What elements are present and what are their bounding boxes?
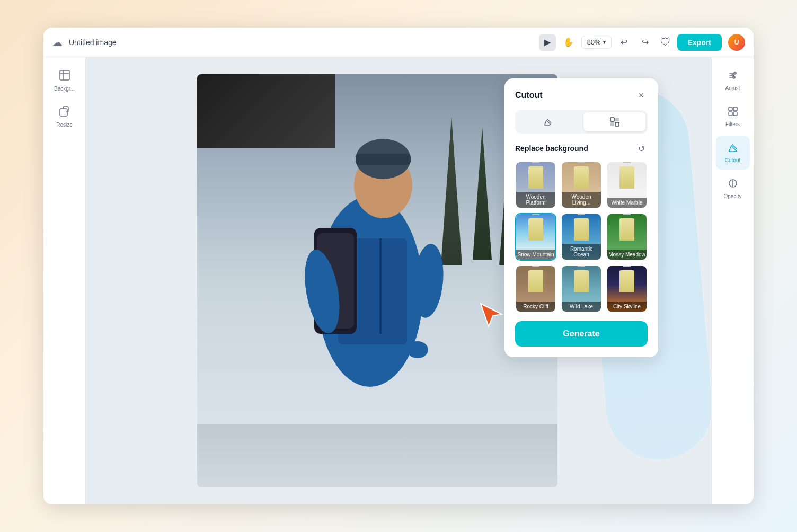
svg-rect-24 [733,112,737,116]
replace-bg-header: Replace background ↺ [515,142,648,155]
bg-item-wooden-platform[interactable]: Wooden Platform [515,161,556,209]
canvas-area[interactable]: Cutout × Replace background ↺ [86,57,711,504]
svg-rect-15 [615,118,619,121]
bg-item-wooden-living[interactable]: Wooden Living... [561,161,602,209]
sidebar-item-background[interactable]: Backgr... [48,64,82,97]
sidebar-label-background: Backgr... [54,86,75,92]
undo-button[interactable]: ↩ [616,34,633,51]
svg-rect-23 [729,112,732,116]
avatar: U [728,34,745,51]
right-panel-item-opacity[interactable]: Opacity [716,172,750,206]
svg-rect-16 [610,122,614,126]
zoom-control[interactable]: 80% ▾ [581,36,612,49]
cutout-label: Cutout [725,157,740,163]
replace-bg-label: Replace background [515,144,588,153]
header-right: 🛡 Export U [660,34,745,51]
app-logo-icon: ☁ [52,36,63,49]
cutout-panel-header: Cutout × [515,89,648,102]
bg-item-snow-mountain[interactable]: Snow Mountain [515,213,556,261]
cutout-tab-erase[interactable] [517,112,579,131]
right-panel-item-filters[interactable]: Filters [716,100,750,134]
canvas-image [197,74,557,487]
cutout-panel: Cutout × Replace background ↺ [504,78,658,357]
bg-label-city-skyline: City Skyline [607,302,647,312]
bg-label-white-marble: White Marble [607,198,647,208]
adjust-icon [728,70,738,83]
header-toolbar: ▶ ✋ 80% ▾ ↩ ↪ [539,34,654,51]
document-title: Untitled image [69,38,533,47]
background-grid: Wooden Platform Wooden Living... [515,161,648,313]
export-button[interactable]: Export [677,34,722,51]
cutout-icon [728,142,738,155]
bg-item-mossy-meadow[interactable]: Mossy Meadow [606,213,648,261]
generate-button[interactable]: Generate [515,321,648,347]
right-panel-item-adjust[interactable]: Adjust [716,64,750,97]
bg-item-city-skyline[interactable]: City Skyline [606,265,648,313]
bg-label-rocky-cliff: Rocky Cliff [516,302,555,312]
adjust-label: Adjust [725,85,740,91]
person-image [269,90,471,487]
svg-rect-14 [610,118,614,121]
zoom-dropdown-icon: ▾ [603,39,606,45]
header: ☁ Untitled image ▶ ✋ 80% ▾ ↩ ↪ 🛡 Export … [43,28,754,57]
bg-item-white-marble[interactable]: White Marble [606,161,648,209]
cutout-close-button[interactable]: × [635,89,648,102]
svg-rect-22 [733,107,737,111]
bg-label-snow-mountain: Snow Mountain [516,250,555,260]
opacity-icon [728,178,738,191]
svg-rect-1 [60,109,67,116]
left-sidebar: Backgr... Resize [43,57,86,504]
select-tool-button[interactable]: ▶ [539,34,556,51]
cutout-tabs [515,110,648,134]
bg-item-romantic-ocean[interactable]: Romantic Ocean [561,213,602,261]
cutout-tab-pattern[interactable] [583,112,645,131]
svg-rect-5 [356,154,411,165]
redo-button[interactable]: ↪ [637,34,654,51]
zoom-value: 80% [587,38,601,46]
shield-icon: 🛡 [660,36,671,48]
svg-rect-21 [729,107,732,111]
hand-tool-button[interactable]: ✋ [560,34,577,51]
bg-label-romantic-ocean: Romantic Ocean [562,244,601,260]
right-sidebar: Adjust Filters Cutout Opacity [711,57,754,504]
background-icon [59,69,70,84]
filters-icon [728,106,738,119]
app-window: ☁ Untitled image ▶ ✋ 80% ▾ ↩ ↪ 🛡 Export … [43,28,754,504]
resize-icon [59,105,70,120]
bg-item-rocky-cliff[interactable]: Rocky Cliff [515,265,556,313]
bg-label-wild-lake: Wild Lake [562,302,601,312]
refresh-button[interactable]: ↺ [635,142,648,155]
app-body: Backgr... Resize [43,57,754,504]
svg-rect-0 [60,70,69,80]
right-panel-item-cutout[interactable]: Cutout [716,136,750,170]
bg-label-mossy-meadow: Mossy Meadow [607,250,647,260]
bg-item-wild-lake[interactable]: Wild Lake [561,265,602,313]
svg-rect-17 [615,122,619,126]
bg-label-wooden-platform: Wooden Platform [516,192,555,208]
svg-point-11 [407,341,428,358]
sidebar-item-resize[interactable]: Resize [48,100,82,134]
filters-label: Filters [725,121,740,127]
opacity-label: Opacity [724,193,742,199]
bg-label-wooden-living: Wooden Living... [562,192,601,208]
cutout-panel-title: Cutout [515,91,543,100]
sidebar-label-resize: Resize [56,122,73,128]
